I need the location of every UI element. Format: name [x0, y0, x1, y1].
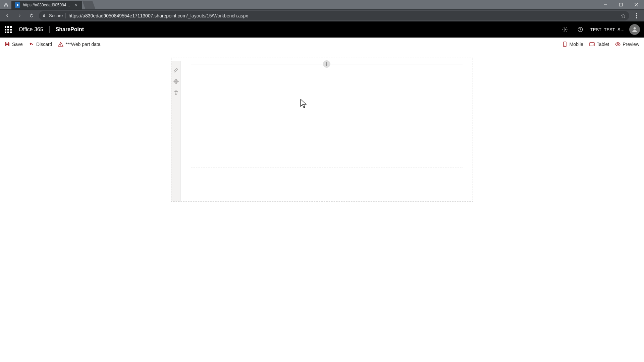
svg-point-17 — [617, 44, 619, 45]
browser-tab[interactable]: https://a830edad905084… × — [11, 1, 82, 9]
save-icon — [5, 42, 10, 47]
user-avatar[interactable] — [629, 24, 640, 35]
url-text: https://a830edad9050849554e17113007.shar… — [68, 13, 248, 18]
tab-title: https://a830edad905084… — [23, 3, 71, 7]
canvas-section[interactable] — [171, 58, 473, 202]
edit-section-button[interactable] — [173, 67, 179, 73]
suite-bar: Office 365 SharePoint TEST_TEST_SP… — [0, 21, 644, 38]
help-button[interactable] — [573, 21, 588, 38]
svg-point-6 — [636, 17, 637, 18]
undo-icon — [29, 42, 34, 47]
tablet-view-button[interactable]: Tablet — [589, 42, 609, 47]
preview-label: Preview — [623, 42, 639, 47]
workbench-canvas — [0, 51, 644, 362]
webpart-data-button[interactable]: ***Web part data — [58, 42, 100, 47]
section-toolbar — [171, 61, 181, 201]
discard-button[interactable]: Discard — [29, 42, 52, 47]
save-button[interactable]: Save — [5, 42, 23, 47]
bookmark-star-icon[interactable] — [621, 13, 626, 18]
svg-point-7 — [564, 29, 566, 31]
svg-point-16 — [593, 44, 594, 44]
add-webpart-button[interactable] — [323, 60, 330, 68]
tab-close-icon[interactable]: × — [74, 3, 78, 7]
webpart-drop-zone[interactable] — [191, 67, 463, 168]
svg-point-5 — [636, 15, 637, 16]
secure-label: Secure — [49, 13, 63, 18]
svg-point-9 — [580, 31, 580, 31]
mobile-view-button[interactable]: Mobile — [562, 42, 583, 47]
warning-icon — [58, 42, 63, 47]
svg-point-10 — [634, 27, 636, 29]
window-maximize-button[interactable] — [613, 0, 629, 9]
nav-forward-button — [15, 11, 24, 20]
browser-menu-button[interactable] — [632, 11, 641, 20]
omnibox[interactable]: Secure https://a830edad9050849554e171130… — [39, 11, 629, 20]
incognito-icon — [2, 1, 10, 9]
browser-address-bar: Secure https://a830edad9050849554e171130… — [0, 9, 644, 21]
canvas-page — [171, 58, 473, 362]
move-section-button[interactable] — [173, 78, 179, 85]
tab-favicon-icon — [15, 2, 20, 8]
window-close-button[interactable] — [629, 0, 644, 9]
new-tab-button[interactable] — [83, 1, 96, 9]
add-webpart-divider — [191, 61, 463, 67]
preview-icon — [615, 42, 621, 47]
omnibox-divider — [65, 13, 66, 18]
section-body — [181, 61, 473, 201]
mobile-icon — [562, 42, 568, 47]
lock-icon — [42, 14, 46, 18]
tablet-label: Tablet — [597, 42, 609, 47]
app-launcher-button[interactable] — [0, 21, 16, 38]
svg-point-4 — [636, 13, 637, 14]
tablet-icon — [589, 42, 595, 47]
sharepoint-label[interactable]: SharePoint — [56, 26, 84, 33]
discard-label: Discard — [36, 42, 52, 47]
save-label: Save — [12, 42, 23, 47]
command-bar: Save Discard ***Web part data — [0, 38, 644, 51]
waffle-icon — [5, 26, 12, 33]
settings-button[interactable] — [557, 21, 572, 38]
nav-reload-button[interactable] — [27, 11, 36, 20]
webpart-data-label: ***Web part data — [65, 42, 100, 47]
brand-divider — [49, 26, 50, 33]
window-minimize-button[interactable] — [598, 0, 613, 9]
user-name-label[interactable]: TEST_TEST_SP… — [588, 27, 629, 32]
window-controls — [598, 0, 644, 9]
office-365-label[interactable]: Office 365 — [19, 26, 43, 33]
brand-area: Office 365 SharePoint — [19, 26, 84, 33]
preview-button[interactable]: Preview — [615, 42, 639, 47]
browser-tab-strip: https://a830edad905084… × — [0, 0, 644, 9]
mobile-label: Mobile — [570, 42, 583, 47]
delete-section-button[interactable] — [173, 89, 179, 96]
nav-back-button[interactable] — [3, 11, 12, 20]
svg-rect-1 — [620, 3, 623, 6]
svg-point-12 — [61, 45, 61, 46]
